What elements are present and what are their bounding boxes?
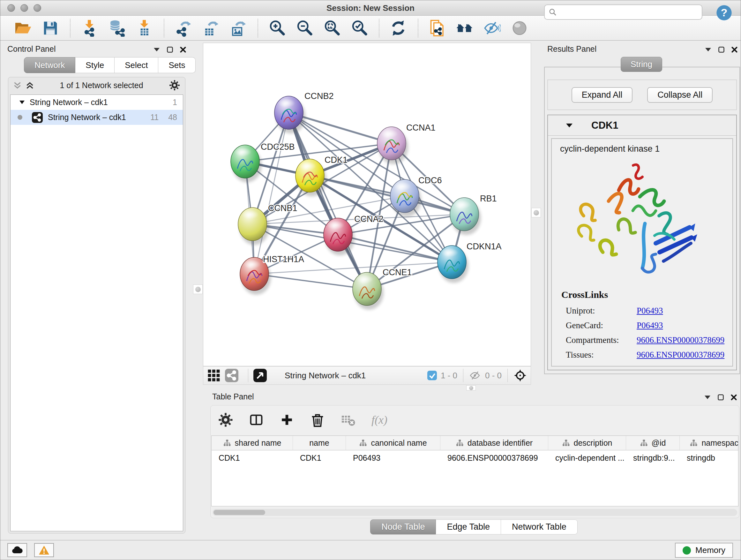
save-session-button[interactable] xyxy=(41,18,60,38)
tab-sets[interactable]: Sets xyxy=(158,57,196,73)
tab-style[interactable]: Style xyxy=(75,57,115,73)
gear-icon[interactable] xyxy=(218,413,233,427)
zoom-out-button[interactable] xyxy=(295,18,314,38)
share-view-icon[interactable] xyxy=(225,369,239,382)
network-node-CDK1[interactable]: CDK1 xyxy=(295,155,347,196)
export-table-button[interactable] xyxy=(201,18,220,38)
tab-select[interactable]: Select xyxy=(115,57,158,73)
help-button[interactable]: ? xyxy=(716,4,732,21)
network-edge[interactable] xyxy=(254,274,367,289)
gear-icon[interactable] xyxy=(169,80,180,91)
crosslink-label: Tissues: xyxy=(566,350,636,360)
tab-edge-table[interactable]: Edge Table xyxy=(436,519,501,535)
network-edge[interactable] xyxy=(254,113,289,274)
network-node-CDC25B[interactable]: CDC25B xyxy=(231,142,295,182)
left-splitter-handle[interactable] xyxy=(193,285,203,294)
column-header-description[interactable]: description xyxy=(548,436,626,450)
close-panel-icon[interactable] xyxy=(731,394,737,400)
right-splitter-handle[interactable] xyxy=(531,208,541,217)
crosslink-label: Uniprot: xyxy=(566,306,636,316)
zoom-fit-button[interactable] xyxy=(323,18,341,38)
collapse-panel-icon[interactable] xyxy=(705,48,711,52)
bottom-splitter-handle[interactable] xyxy=(466,385,476,390)
expand-all-icon[interactable] xyxy=(26,81,34,89)
table-body: CDK1CDK1P064939606.ENSP00000378699cyclin… xyxy=(212,450,738,465)
tab-node-table[interactable]: Node Table xyxy=(370,519,436,535)
zoom-in-button[interactable] xyxy=(268,18,286,38)
tab-network[interactable]: Network xyxy=(24,57,75,73)
float-panel-icon[interactable] xyxy=(718,394,724,400)
network-view[interactable]: CCNB2CCNA1CDC25BCDK1CDC6RB1CCNB1CCNA2CDK… xyxy=(203,43,531,366)
checkbox-icon[interactable] xyxy=(427,371,437,380)
network-node-RB1[interactable]: RB1 xyxy=(450,194,497,235)
column-header-shared-name[interactable]: shared name xyxy=(212,436,293,450)
collapse-all-button[interactable]: Collapse All xyxy=(647,87,713,103)
grid-view-icon[interactable] xyxy=(207,369,220,382)
export-image-button[interactable] xyxy=(229,18,247,38)
crosslink-pharos-link[interactable]: P06493 xyxy=(636,365,663,367)
network-row-selected[interactable]: String Network – cdk1 11 48 xyxy=(10,110,183,125)
delete-table-icon[interactable] xyxy=(341,413,355,427)
tree-expand-icon[interactable] xyxy=(19,101,24,104)
crosslink-tissues-link[interactable]: 9606.ENSP00000378699 xyxy=(636,350,724,360)
save-floppy-icon xyxy=(42,19,59,37)
column-header-canonical-name[interactable]: canonical name xyxy=(346,436,441,450)
eye-hidden-icon[interactable] xyxy=(469,370,481,381)
network-node-CCNE1[interactable]: CCNE1 xyxy=(353,267,412,310)
delete-column-icon[interactable] xyxy=(310,413,325,427)
cybrowser-button[interactable] xyxy=(428,18,447,38)
show-details-button[interactable] xyxy=(510,18,529,38)
search-input[interactable] xyxy=(560,8,702,17)
crosslink-uniprot-link[interactable]: P06493 xyxy=(636,306,663,316)
close-panel-icon[interactable] xyxy=(180,47,186,53)
column-header-name[interactable]: name xyxy=(293,436,346,450)
apply-layout-button[interactable] xyxy=(389,18,408,38)
show-columns-icon[interactable] xyxy=(249,413,264,427)
function-builder-button[interactable]: f(x) xyxy=(372,413,387,427)
collapse-section-icon[interactable] xyxy=(566,123,573,128)
collapse-panel-icon[interactable] xyxy=(704,395,711,399)
node-label-CDKN1A: CDKN1A xyxy=(467,242,502,251)
crosslink-compartments-link[interactable]: 9606.ENSP00000378699 xyxy=(636,335,724,345)
import-table-file-button[interactable] xyxy=(135,18,153,38)
export-network-button[interactable] xyxy=(174,18,192,38)
close-panel-icon[interactable] xyxy=(731,47,738,53)
home-button[interactable] xyxy=(455,18,474,38)
cytoscape-window: Session: New Session ? Control Panel xyxy=(0,0,741,560)
network-node-CDKN1A[interactable]: CDKN1A xyxy=(437,242,502,283)
column-header-@id[interactable]: @id xyxy=(626,436,680,450)
cloud-status-button[interactable] xyxy=(7,543,27,557)
column-header-namespace[interactable]: namespace xyxy=(680,436,738,450)
expand-all-button[interactable]: Expand All xyxy=(571,87,633,103)
column-header-database-identifier[interactable]: database identifier xyxy=(441,436,548,450)
network-canvas[interactable]: CCNB2CCNA1CDC25BCDK1CDC6RB1CCNB1CCNA2CDK… xyxy=(203,43,531,366)
crosshair-icon[interactable] xyxy=(514,369,527,382)
gene-section-header[interactable]: CDK1 xyxy=(548,115,736,136)
toolbar-separator xyxy=(70,19,71,37)
collapse-all-icon[interactable] xyxy=(13,81,21,89)
network-node-HIST1H1A[interactable]: HIST1H1A xyxy=(240,254,304,295)
search-field[interactable] xyxy=(544,4,702,20)
refresh-icon xyxy=(390,19,407,37)
memory-button[interactable]: Memory xyxy=(675,543,733,558)
collapse-panel-icon[interactable] xyxy=(153,48,160,52)
warnings-button[interactable] xyxy=(34,543,54,557)
import-network-database-button[interactable] xyxy=(108,18,126,38)
protein-structure-image xyxy=(564,160,702,284)
float-panel-icon[interactable] xyxy=(167,47,173,53)
hide-details-button[interactable] xyxy=(483,18,501,38)
zoom-selected-button[interactable] xyxy=(350,18,368,38)
crosslink-genecard-link[interactable]: P06493 xyxy=(636,320,663,330)
scrollbar-thumb[interactable] xyxy=(213,510,265,515)
horizontal-scrollbar[interactable] xyxy=(212,509,737,516)
table-row[interactable]: CDK1CDK1P064939606.ENSP00000378699cyclin… xyxy=(212,450,738,465)
network-collection-row[interactable]: String Network – cdk1 1 xyxy=(10,95,183,110)
open-session-button[interactable] xyxy=(14,18,32,38)
tab-network-table[interactable]: Network Table xyxy=(501,519,578,535)
add-column-icon[interactable] xyxy=(280,413,294,427)
float-panel-icon[interactable] xyxy=(718,47,724,53)
tab-string[interactable]: String xyxy=(621,57,662,72)
control-panel: Control Panel NetworkStyleSelectSets 1 o… xyxy=(4,43,189,534)
import-network-file-button[interactable] xyxy=(80,18,98,38)
birdseye-view-icon[interactable] xyxy=(253,369,267,382)
